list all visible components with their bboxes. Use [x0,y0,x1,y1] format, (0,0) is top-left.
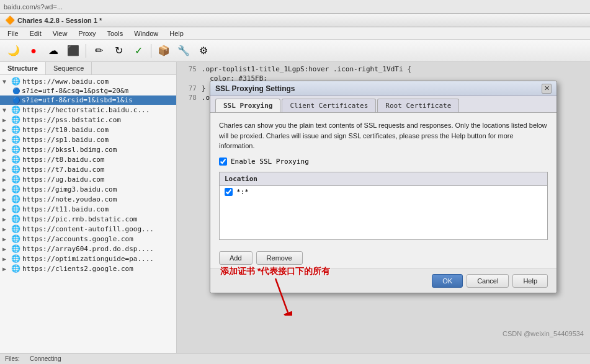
enable-ssl-proxying-row: Enable SSL Proxying [219,158,548,166]
tree-item[interactable]: ▶ 🌐 https://note.youdao.com [0,194,176,204]
main-area: Structure Sequence ▼ 🌐 https://www.baidu… [0,62,590,353]
remove-button[interactable]: Remove [256,251,303,265]
location-box: Location *:* [219,172,548,240]
tab-structure[interactable]: Structure [0,62,46,74]
expand-icon: ▶ [2,216,10,223]
toolbar-moon-btn[interactable]: 🌙 [5,42,22,60]
sidebar-tabs: Structure Sequence [0,62,176,75]
tree-item[interactable]: ▶ 🌐 https://accounts.google.com [0,234,176,244]
tree-item[interactable]: ▶ 🌐 https://gimg3.baidu.com [0,184,176,194]
dialog-close-button[interactable]: ✕ [542,84,552,94]
charles-icon: 🔶 [5,16,15,25]
dialog-tab-root-cert[interactable]: Root Certificate [377,99,459,112]
menu-file[interactable]: File [2,29,24,38]
modal-overlay: SSL Proxying Settings ✕ SSL Proxying Cli… [177,62,590,353]
ok-cancel-help-group: OK Cancel Help [432,274,548,288]
expand-icon: ▼ [2,78,10,85]
enable-ssl-proxying-checkbox[interactable] [219,158,227,166]
add-button[interactable]: Add [219,251,253,265]
tree-item[interactable]: 🔵 s?ie=utf-8&csq=1&pstg=20&m [0,86,176,95]
sidebar-tree[interactable]: ▼ 🌐 https://www.baidu.com 🔵 s?ie=utf-8&c… [0,75,176,353]
tree-item[interactable]: ▼ 🌐 https://hectorstatic.baidu.c... [0,105,176,115]
toolbar-refresh-btn[interactable]: ↻ [110,42,127,60]
location-row: *:* [220,186,547,198]
toolbar-stop-btn[interactable]: ⬛ [65,42,82,60]
dialog-tab-ssl-proxying[interactable]: SSL Proxying [215,99,280,112]
tab-sequence[interactable]: Sequence [46,62,92,74]
location-row-host: *:* [236,188,249,196]
expand-icon: ▶ [2,117,10,123]
tree-item[interactable]: ▶ 🌐 https://content-autofill.goog... [0,224,176,234]
expand-icon: ▶ [2,196,10,203]
ok-button[interactable]: OK [432,274,463,288]
toolbar-sep2 [151,44,151,58]
site-icon: 🌐 [11,224,20,233]
tree-item[interactable]: ▶ 🌐 https://clients2.google.com [0,264,176,273]
add-remove-group: Add Remove [219,251,303,265]
sidebar: Structure Sequence ▼ 🌐 https://www.baidu… [0,62,177,353]
toolbar-cloud-btn[interactable]: ☁ [45,42,62,60]
browser-top-bar: baidu.com/s?wd=... [0,0,590,14]
site-icon: 🌐 [11,135,20,144]
toolbar-wrench-btn[interactable]: 🔧 [175,42,192,60]
site-icon: 🌐 [11,165,20,174]
expand-icon: ▶ [2,136,10,143]
tree-item[interactable]: ▶ 🌐 https://t10.baidu.com [0,125,176,135]
menu-edit[interactable]: Edit [25,29,47,38]
tree-item[interactable]: ▶ 🌐 https://pss.bdstatic.com [0,115,176,125]
tree-item[interactable]: ▶ 🌐 https://ug.baidu.com [0,174,176,184]
tree-item[interactable]: ▶ 🌐 https://pic.rmb.bdstatic.com [0,214,176,224]
site-icon: 🌐 [11,115,20,124]
enable-ssl-proxying-label: Enable SSL Proxying [231,158,309,166]
tree-item[interactable]: ▶ 🌐 https://t7.baidu.com [0,164,176,174]
dialog-description: Charles can show you the plain text cont… [219,120,548,151]
toolbar: 🌙 ● ☁ ⬛ ✏ ↻ ✓ 📦 🔧 ⚙ [0,40,590,62]
expand-icon: ▶ [2,166,10,173]
tree-item-selected[interactable]: 🔵 s?ie=utf-8&rsid=1&isbd=1&is [0,95,176,105]
status-connecting: Connecting [30,355,61,362]
toolbar-record-btn[interactable]: ● [25,42,42,60]
toolbar-sep1 [86,44,86,58]
expand-icon: ▶ [2,226,10,233]
site-icon: 🌐 [11,145,20,154]
right-panel: 75 .opr-toplist1-title_1LgpS:hover .icon… [177,62,590,353]
site-icon: 🌐 [11,105,20,114]
expand-icon: ▶ [2,206,10,213]
tree-item[interactable]: ▼ 🌐 https://www.baidu.com [0,76,176,86]
toolbar-pen-btn[interactable]: ✏ [90,42,107,60]
dialog-title: SSL Proxying Settings [215,84,295,93]
tree-item[interactable]: ▶ 🌐 https://optimizationguide=pa.... [0,254,176,264]
cancel-button[interactable]: Cancel [467,274,509,288]
expand-icon: ▼ [2,107,10,113]
dialog-buttons: OK Cancel Help [210,269,556,293]
menu-view[interactable]: View [48,29,73,38]
expand-icon: ▶ [2,246,10,252]
site-icon: 🌐 [11,185,20,193]
location-row-checkbox[interactable] [225,188,233,196]
menu-proxy[interactable]: Proxy [73,29,101,38]
menu-help[interactable]: Help [164,29,189,38]
site-icon: 🌐 [11,155,20,164]
tree-item[interactable]: ▶ 🌐 https://array604.prod.do.dsp.... [0,244,176,254]
location-header: Location [220,172,547,186]
status-files: Files: [5,355,20,362]
site-icon: 🌐 [11,244,20,253]
toolbar-gear-btn[interactable]: ⚙ [195,42,212,60]
status-bar: Files: Connecting [0,353,590,364]
expand-icon: ▶ [2,127,10,133]
dialog-tab-client-certs[interactable]: Client Certificates [282,99,376,112]
expand-icon: ▶ [2,186,10,193]
tree-item[interactable]: ▶ 🌐 https://bkssl.bdimg.com [0,144,176,154]
site-icon: 🌐 [11,234,20,243]
tree-item[interactable]: ▶ 🌐 https://t8.baidu.com [0,154,176,164]
help-button[interactable]: Help [512,274,548,288]
menu-tools[interactable]: Tools [102,29,128,38]
toolbar-box-btn[interactable]: 📦 [155,42,172,60]
tree-item[interactable]: ▶ 🌐 https://t11.baidu.com [0,204,176,214]
tree-item[interactable]: ▶ 🌐 https://sp1.baidu.com [0,135,176,144]
site-icon: 🌐 [11,77,20,86]
site-icon: 🌐 [11,175,20,184]
toolbar-check-btn[interactable]: ✓ [130,42,147,60]
menubar: File Edit View Proxy Tools Window Help [0,27,590,40]
menu-window[interactable]: Window [129,29,163,38]
